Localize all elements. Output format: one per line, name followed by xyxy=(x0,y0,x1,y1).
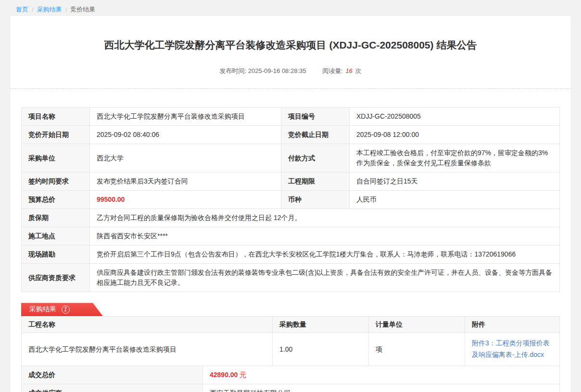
table-row: 现场踏勘 竞价开启后第三个工作日9点（包含公告发布日），在西北大学长安校区化工学… xyxy=(22,245,560,264)
breadcrumb-current: 竞价结果 xyxy=(70,5,95,14)
project-info-table: 项目名称 西北大学化工学院发酵分离平台装修改造采购项目 项目编号 XDJJ-GC… xyxy=(21,107,560,292)
result-table: 工程名称 采购数量 计量单位 附件 西北大学化工学院发酵分离平台装修改造采购项目… xyxy=(21,316,560,366)
field-value-bid-deadline: 2025-09-08 12:00:00 xyxy=(350,126,560,144)
field-value-purchaser: 西北大学 xyxy=(90,144,281,172)
total-price-value: 42890.00 xyxy=(210,371,238,379)
field-label: 现场踏勘 xyxy=(22,245,90,264)
view-count-unit: 次 xyxy=(355,67,361,74)
procurement-result-ribbon: 采购结果 1 xyxy=(21,303,103,316)
field-value-currency: 人民币 xyxy=(350,191,560,209)
field-label: 竞价截止日期 xyxy=(281,126,350,144)
total-price-cell: 42890.00 元 xyxy=(203,366,560,384)
field-value-warranty: 乙方对合同工程的质量保修期为验收合格并交付使用之日起 12个月。 xyxy=(90,209,560,227)
announcement-body: 项目名称 西北大学化工学院发酵分离平台装修改造采购项目 项目编号 XDJJ-GC… xyxy=(10,107,571,292)
page-title: 西北大学化工学院发酵分离平台装修改造采购项目 (XDJJ-GC-20250800… xyxy=(10,16,571,52)
page: 首页 / 采购结果 / 竞价结果 西北大学化工学院发酵分离平台装修改造采购项目 … xyxy=(0,0,581,392)
field-label: 签约时间要求 xyxy=(22,172,90,191)
announcement-header: 西北大学化工学院发酵分离平台装修改造采购项目 (XDJJ-GC-20250800… xyxy=(10,16,571,89)
field-label: 币种 xyxy=(281,191,350,209)
field-value-project-code: XDJJ-GC-202508005 xyxy=(350,108,560,126)
view-count-group: 阅读量: 16 次 xyxy=(322,67,361,74)
breadcrumb-link-procurement-results[interactable]: 采购结果 xyxy=(37,5,62,14)
field-value-project-name: 西北大学化工学院发酵分离平台装修改造采购项目 xyxy=(90,108,281,126)
column-header-unit: 计量单位 xyxy=(369,317,465,333)
column-header-quantity: 采购数量 xyxy=(273,317,369,333)
table-header-row: 工程名称 采购数量 计量单位 附件 xyxy=(22,317,560,333)
table-row: 成交供应商 西安天勤星网科技有限公司 xyxy=(22,384,560,392)
result-item-unit: 项 xyxy=(369,333,465,366)
result-item-name: 西北大学化工学院发酵分离平台装修改造采购项目 xyxy=(22,333,273,366)
field-value-bid-start: 2025-09-02 08:40:06 xyxy=(90,126,281,144)
publish-time-label: 发布时间: xyxy=(220,67,247,74)
field-label: 项目编号 xyxy=(281,108,350,126)
field-value-signing-requirement: 发布竞价结果后3天内签订合同 xyxy=(90,172,281,191)
announcement-meta: 发布时间: 2025-09-16 08:28:35 阅读量: 16 次 xyxy=(10,67,571,89)
publish-time-value: 2025-09-16 08:28:35 xyxy=(248,67,306,74)
publish-time-group: 发布时间: 2025-09-16 08:28:35 xyxy=(220,67,308,74)
field-label: 预算总价 xyxy=(22,191,90,209)
table-row: 采购单位 西北大学 付款方式 本工程竣工验收合格后，付至审定价款的97%，留审定… xyxy=(22,144,560,172)
table-row: 供应商资质要求 供应商应具备建设行政主管部门颁发合法有效的装修装饰专业承包二级(… xyxy=(22,264,560,292)
view-count-label: 阅读量: xyxy=(322,67,343,74)
breadcrumb-link-home[interactable]: 首页 xyxy=(16,5,28,14)
column-header-attachment: 附件 xyxy=(465,317,560,333)
table-row: 项目名称 西北大学化工学院发酵分离平台装修改造采购项目 项目编号 XDJJ-GC… xyxy=(22,108,560,126)
field-value-site-survey: 竞价开启后第三个工作日9点（包含公告发布日），在西北大学长安校区化工学院1楼大厅… xyxy=(90,245,560,264)
result-count-badge: 1 xyxy=(62,306,70,314)
winning-supplier-value: 西安天勤星网科技有限公司 xyxy=(203,384,560,392)
result-section: 工程名称 采购数量 计量单位 附件 西北大学化工学院发酵分离平台装修改造采购项目… xyxy=(10,316,571,392)
total-price-unit: 元 xyxy=(240,371,246,379)
field-label: 工程期限 xyxy=(281,172,350,191)
result-item-quantity: 1.00 xyxy=(273,333,369,366)
attachment-link[interactable]: 附件3：工程类分项报价表及响应偏离表-上传.docx xyxy=(472,338,553,361)
table-row: 预算总价 99500.00 币种 人民币 xyxy=(22,191,560,209)
announcement-card: 西北大学化工学院发酵分离平台装修改造采购项目 (XDJJ-GC-20250800… xyxy=(10,15,571,392)
winning-supplier-label: 成交供应商 xyxy=(22,384,203,392)
field-label: 付款方式 xyxy=(281,144,350,172)
result-item-attachment-cell: 附件3：工程类分项报价表及响应偏离表-上传.docx xyxy=(465,333,560,366)
procurement-result-ribbon-label: 采购结果 xyxy=(29,305,56,314)
table-row: 质保期 乙方对合同工程的质量保修期为验收合格并交付使用之日起 12个月。 xyxy=(22,209,560,227)
field-label: 竞价开始日期 xyxy=(22,126,90,144)
field-value-supplier-qualification: 供应商应具备建设行政主管部门颁发合法有效的装修装饰专业承包二级(含)以上资质，具… xyxy=(90,264,560,292)
field-value-project-duration: 自合同签订之日15天 xyxy=(350,172,560,191)
field-value-site-location: 陕西省西安市长安区**** xyxy=(90,227,560,245)
breadcrumb-separator: / xyxy=(32,6,34,13)
field-label: 采购单位 xyxy=(22,144,90,172)
field-label: 供应商资质要求 xyxy=(22,264,90,292)
view-count-value: 16 xyxy=(345,67,352,74)
table-row: 签约时间要求 发布竞价结果后3天内签订合同 工程期限 自合同签订之日15天 xyxy=(22,172,560,191)
field-value-payment-terms: 本工程竣工验收合格后，付至审定价款的97%，留审定金额的3%作为质保金，质保金支… xyxy=(350,144,560,172)
total-price-label: 成交总价 xyxy=(22,366,203,384)
result-item-row: 西北大学化工学院发酵分离平台装修改造采购项目 1.00 项 附件3：工程类分项报… xyxy=(22,333,560,366)
field-label: 质保期 xyxy=(22,209,90,227)
field-label: 项目名称 xyxy=(22,108,90,126)
result-summary-table: 成交总价 42890.00 元 成交供应商 西安天勤星网科技有限公司 xyxy=(21,366,560,392)
table-row: 施工地点 陕西省西安市长安区**** xyxy=(22,227,560,245)
breadcrumb-separator: / xyxy=(65,6,67,13)
field-label: 施工地点 xyxy=(22,227,90,245)
field-value-budget-total: 99500.00 xyxy=(90,191,281,209)
column-header-name: 工程名称 xyxy=(22,317,273,333)
table-row: 成交总价 42890.00 元 xyxy=(22,366,560,384)
table-row: 竞价开始日期 2025-09-02 08:40:06 竞价截止日期 2025-0… xyxy=(22,126,560,144)
